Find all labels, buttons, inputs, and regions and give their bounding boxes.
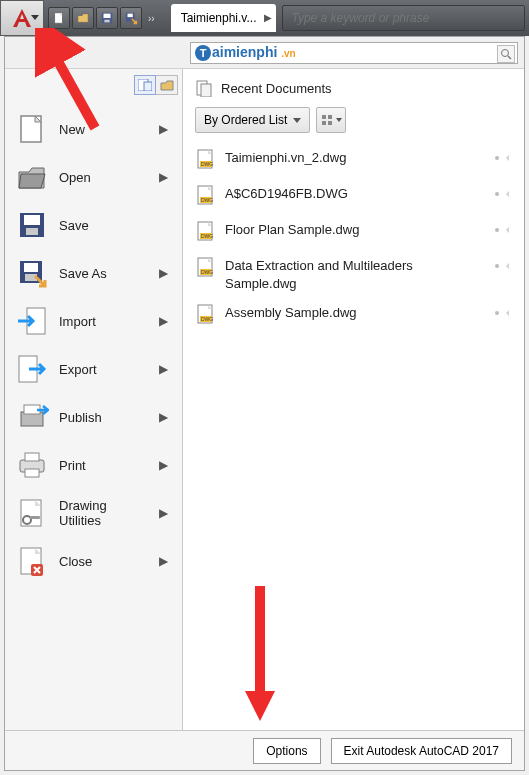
svg-rect-6 bbox=[104, 14, 111, 18]
svg-rect-13 bbox=[144, 82, 152, 91]
options-button[interactable]: Options bbox=[253, 738, 320, 764]
svg-point-54 bbox=[495, 264, 499, 268]
svg-rect-38 bbox=[328, 121, 332, 125]
search-icon[interactable] bbox=[497, 45, 515, 63]
thumbnail-size-dropdown[interactable] bbox=[316, 107, 346, 133]
qat-new-button[interactable] bbox=[48, 7, 70, 29]
menu-import[interactable]: Import ▶ bbox=[9, 297, 178, 345]
exit-button[interactable]: Exit Autodesk AutoCAD 2017 bbox=[331, 738, 512, 764]
application-menu-button[interactable] bbox=[0, 0, 44, 36]
sort-dropdown[interactable]: By Ordered List bbox=[195, 107, 310, 133]
chevron-right-icon: ▶ bbox=[159, 506, 172, 520]
dwg-file-icon: DWG bbox=[197, 185, 215, 209]
menu-view-toggle bbox=[9, 75, 178, 95]
recent-doc-name: Taimienphi.vn_2.dwg bbox=[225, 149, 484, 167]
menu-save-as-label: Save As bbox=[59, 266, 149, 281]
menu-print-label: Print bbox=[59, 458, 149, 473]
dwg-file-icon: DWG bbox=[197, 149, 215, 173]
recent-docs-view-button[interactable] bbox=[134, 75, 156, 95]
new-icon bbox=[15, 112, 49, 146]
svg-text:DWG: DWG bbox=[201, 233, 213, 239]
chevron-right-icon: ▶ bbox=[159, 266, 172, 280]
svg-rect-36 bbox=[328, 115, 332, 119]
menu-drawing-utilities-label: Drawing Utilities bbox=[59, 498, 149, 528]
svg-point-10 bbox=[502, 49, 509, 56]
menu-save-label: Save bbox=[59, 218, 172, 233]
pin-icon[interactable] bbox=[494, 257, 512, 277]
recent-doc-row[interactable]: DWGA$C6D1946FB.DWG bbox=[195, 179, 514, 215]
menu-publish-label: Publish bbox=[59, 410, 149, 425]
qat-saveas-button[interactable] bbox=[120, 7, 142, 29]
chevron-right-icon: ▶ bbox=[159, 458, 172, 472]
document-tab-label: Taimienphi.v... bbox=[181, 11, 257, 25]
menu-new[interactable]: New ▶ bbox=[9, 105, 178, 153]
panel-search-input[interactable]: Taimienphi .vn bbox=[190, 42, 518, 64]
titlebar: ›› Taimienphi.v... ▶ bbox=[0, 0, 529, 36]
menu-close[interactable]: Close ▶ bbox=[9, 537, 178, 585]
drawing-utilities-icon bbox=[15, 496, 49, 530]
chevron-right-icon: ▶ bbox=[159, 554, 172, 568]
menu-save-as[interactable]: Save As ▶ bbox=[9, 249, 178, 297]
svg-point-42 bbox=[495, 156, 499, 160]
recent-documents-heading: Recent Documents bbox=[221, 81, 332, 96]
application-menu-panel: Taimienphi .vn New ▶ Open ▶ bbox=[4, 36, 525, 771]
save-as-icon bbox=[15, 256, 49, 290]
svg-rect-26 bbox=[25, 453, 39, 461]
pin-icon[interactable] bbox=[494, 304, 512, 324]
chevron-right-icon: ▶ bbox=[159, 410, 172, 424]
svg-rect-17 bbox=[26, 228, 38, 235]
svg-rect-19 bbox=[24, 263, 38, 272]
dwg-file-icon: DWG bbox=[197, 257, 215, 281]
menu-left-column: New ▶ Open ▶ Save Save As ▶ Import ▶ bbox=[5, 69, 183, 730]
thumbnail-icon bbox=[321, 114, 333, 126]
close-icon bbox=[15, 544, 49, 578]
qat-save-button[interactable] bbox=[96, 7, 118, 29]
recent-doc-name: A$C6D1946FB.DWG bbox=[225, 185, 484, 203]
open-docs-view-button[interactable] bbox=[156, 75, 178, 95]
recent-doc-row[interactable]: DWGData Extraction and Multileaders Samp… bbox=[195, 251, 514, 298]
recent-doc-row[interactable]: DWGAssembly Sample.dwg bbox=[195, 298, 514, 334]
svg-point-46 bbox=[495, 192, 499, 196]
menu-export[interactable]: Export ▶ bbox=[9, 345, 178, 393]
svg-rect-35 bbox=[322, 115, 326, 119]
svg-text:DWG: DWG bbox=[201, 197, 213, 203]
menu-drawing-utilities[interactable]: Drawing Utilities ▶ bbox=[9, 489, 178, 537]
panel-search-bar: Taimienphi .vn bbox=[5, 37, 524, 69]
menu-new-label: New bbox=[59, 122, 149, 137]
sort-dropdown-label: By Ordered List bbox=[204, 113, 287, 127]
recent-doc-name: Assembly Sample.dwg bbox=[225, 304, 484, 322]
pin-icon[interactable] bbox=[494, 221, 512, 241]
pin-icon[interactable] bbox=[494, 149, 512, 169]
recent-doc-row[interactable]: DWGTaimienphi.vn_2.dwg bbox=[195, 143, 514, 179]
pin-icon[interactable] bbox=[494, 185, 512, 205]
dwg-file-icon: DWG bbox=[197, 221, 215, 245]
menu-print[interactable]: Print ▶ bbox=[9, 441, 178, 489]
infocenter-search-input[interactable] bbox=[282, 5, 525, 31]
menu-save[interactable]: Save bbox=[9, 201, 178, 249]
svg-rect-7 bbox=[104, 20, 109, 23]
svg-line-11 bbox=[508, 56, 511, 59]
publish-icon bbox=[15, 400, 49, 434]
save-icon bbox=[15, 208, 49, 242]
recent-doc-row[interactable]: DWGFloor Plan Sample.dwg bbox=[195, 215, 514, 251]
recent-documents-icon bbox=[195, 79, 213, 97]
document-tab[interactable]: Taimienphi.v... ▶ bbox=[171, 4, 277, 32]
chevron-right-icon: ▶ bbox=[159, 170, 172, 184]
menu-import-label: Import bbox=[59, 314, 149, 329]
print-icon bbox=[15, 448, 49, 482]
qat-overflow-chevron[interactable]: ›› bbox=[142, 13, 161, 24]
svg-point-50 bbox=[495, 228, 499, 232]
chevron-right-icon: ▶ bbox=[159, 362, 172, 376]
import-icon bbox=[15, 304, 49, 338]
recent-doc-name: Floor Plan Sample.dwg bbox=[225, 221, 484, 239]
svg-text:DWG: DWG bbox=[201, 269, 213, 275]
recent-documents-pane: Recent Documents By Ordered List DWGTaim… bbox=[183, 69, 524, 730]
svg-text:DWG: DWG bbox=[201, 161, 213, 167]
recent-documents-list: DWGTaimienphi.vn_2.dwgDWGA$C6D1946FB.DWG… bbox=[183, 139, 524, 344]
menu-open[interactable]: Open ▶ bbox=[9, 153, 178, 201]
svg-rect-30 bbox=[30, 516, 40, 519]
tab-chevron-icon: ▶ bbox=[264, 12, 272, 23]
chevron-down-icon bbox=[336, 118, 342, 122]
qat-open-button[interactable] bbox=[72, 7, 94, 29]
menu-publish[interactable]: Publish ▶ bbox=[9, 393, 178, 441]
